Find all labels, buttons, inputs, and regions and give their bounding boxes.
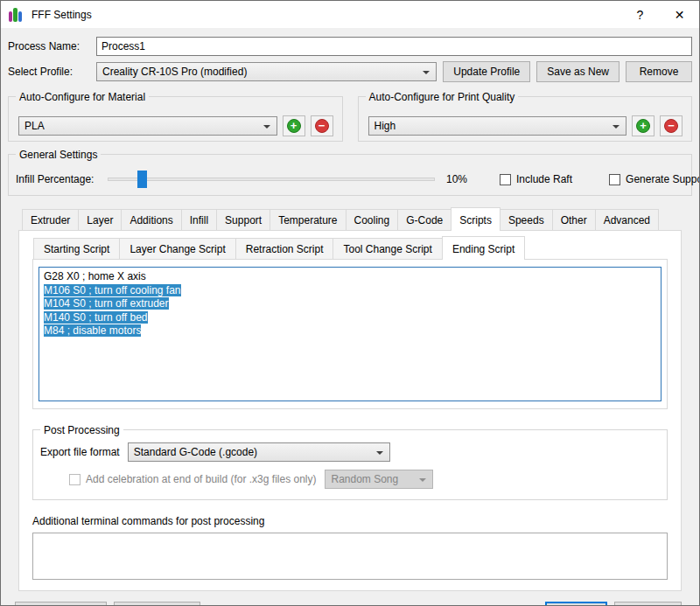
slider-groove bbox=[108, 178, 435, 181]
subtab-starting-script[interactable]: Starting Script bbox=[33, 238, 120, 259]
save-as-new-button[interactable]: Save as New bbox=[536, 61, 620, 82]
material-combobox[interactable]: PLA bbox=[18, 116, 277, 136]
tab-advanced[interactable]: Advanced bbox=[595, 209, 659, 230]
profile-combobox[interactable]: Creality CR-10S Pro (modified) bbox=[96, 62, 437, 81]
tab-other[interactable]: Other bbox=[552, 209, 596, 230]
include-raft-label: Include Raft bbox=[516, 173, 572, 185]
infill-slider[interactable] bbox=[108, 171, 435, 188]
export-format-label: Export file format bbox=[40, 446, 120, 458]
generate-support-checkbox[interactable]: Generate Support bbox=[609, 173, 700, 185]
profile-combobox-value: Creality CR-10S Pro (modified) bbox=[102, 66, 247, 78]
checkbox-box-icon bbox=[500, 174, 511, 185]
checkbox-box-icon bbox=[609, 174, 620, 185]
plus-icon: + bbox=[287, 119, 301, 133]
terminal-commands-label: Additional terminal commands for post pr… bbox=[32, 515, 668, 527]
quality-groupbox: Auto-Configure for Print Quality High + … bbox=[358, 96, 693, 142]
infill-value: 10% bbox=[446, 173, 476, 185]
script-line: M106 S0 ; turn off cooling fan bbox=[44, 284, 656, 298]
celebration-song-value: Random Song bbox=[331, 473, 398, 485]
dropdown-arrow-icon bbox=[419, 478, 426, 482]
post-processing-groupbox: Post Processing Export file format Stand… bbox=[32, 429, 668, 500]
post-processing-label: Post Processing bbox=[40, 424, 123, 436]
celebration-checkbox: Add celebration at end of build (for .x3… bbox=[69, 473, 316, 485]
select-models-button[interactable]: Select Models bbox=[114, 602, 200, 606]
auto-configure-row: Auto-Configure for Material PLA + − Auto… bbox=[8, 96, 692, 142]
generate-support-label: Generate Support bbox=[626, 173, 700, 185]
tab-support[interactable]: Support bbox=[216, 209, 270, 230]
celebration-label: Add celebration at end of build (for .x3… bbox=[86, 473, 316, 485]
terminal-commands-textarea[interactable] bbox=[32, 533, 668, 580]
dropdown-arrow-icon bbox=[263, 125, 270, 129]
tab-temperature[interactable]: Temperature bbox=[270, 209, 346, 230]
include-raft-checkbox[interactable]: Include Raft bbox=[500, 173, 572, 185]
general-settings-label: General Settings bbox=[16, 149, 101, 161]
export-format-row: Export file format Standard G-Code (.gco… bbox=[40, 442, 658, 462]
quality-combobox-value: High bbox=[374, 120, 396, 132]
material-groupbox: Auto-Configure for Material PLA + − bbox=[8, 96, 343, 142]
cancel-button[interactable]: Cancel bbox=[614, 602, 682, 606]
script-subtabbar: Starting Script Layer Change Script Retr… bbox=[32, 238, 668, 259]
tab-gcode[interactable]: G-Code bbox=[397, 209, 452, 230]
process-name-input[interactable] bbox=[96, 37, 692, 56]
subtab-layer-change-script[interactable]: Layer Change Script bbox=[119, 238, 235, 259]
infill-percentage-label: Infill Percentage: bbox=[16, 173, 108, 185]
tab-cooling[interactable]: Cooling bbox=[346, 209, 399, 230]
process-name-row: Process Name: bbox=[8, 37, 692, 56]
material-combobox-value: PLA bbox=[24, 120, 45, 132]
plus-icon: + bbox=[636, 119, 650, 133]
window-title: FFF Settings bbox=[32, 9, 620, 21]
quality-combobox[interactable]: High bbox=[368, 116, 627, 136]
dropdown-arrow-icon bbox=[423, 71, 430, 74]
checkbox-box-icon bbox=[69, 474, 80, 485]
quality-group-label: Auto-Configure for Print Quality bbox=[366, 91, 519, 103]
subtab-ending-script[interactable]: Ending Script bbox=[442, 236, 525, 260]
tab-additions[interactable]: Additions bbox=[121, 209, 181, 230]
remove-quality-button[interactable]: − bbox=[660, 115, 682, 136]
app-logo-icon bbox=[8, 7, 24, 23]
slider-handle[interactable] bbox=[137, 171, 147, 188]
tab-infill[interactable]: Infill bbox=[181, 209, 217, 230]
dialog-body: Process Name: Select Profile: Creality C… bbox=[1, 28, 699, 606]
remove-material-button[interactable]: − bbox=[311, 115, 333, 136]
subtab-retraction-script[interactable]: Retraction Script bbox=[235, 238, 334, 259]
select-profile-label: Select Profile: bbox=[8, 66, 96, 78]
subtab-tool-change-script[interactable]: Tool Change Script bbox=[332, 238, 442, 259]
footer-bar: Hide Advanced Select Models OK Cancel bbox=[8, 591, 692, 606]
script-line: M140 S0 ; turn off bed bbox=[44, 311, 656, 325]
minus-icon: − bbox=[664, 119, 678, 133]
add-material-button[interactable]: + bbox=[283, 115, 305, 136]
dropdown-arrow-icon bbox=[612, 125, 620, 129]
add-quality-button[interactable]: + bbox=[632, 115, 654, 136]
settings-tabs: Extruder Layer Additions Infill Support … bbox=[18, 209, 682, 591]
export-format-value: Standard G-Code (.gcode) bbox=[134, 446, 257, 458]
tab-layer[interactable]: Layer bbox=[78, 209, 122, 230]
ending-script-pane: G28 X0 ; home X axis M106 S0 ; turn off … bbox=[32, 259, 668, 409]
title-bar: FFF Settings ? ✕ bbox=[1, 1, 699, 28]
minus-icon: − bbox=[315, 119, 329, 133]
script-line: G28 X0 ; home X axis bbox=[44, 270, 656, 284]
ok-button[interactable]: OK bbox=[545, 602, 607, 606]
export-format-combobox[interactable]: Standard G-Code (.gcode) bbox=[128, 442, 390, 462]
fff-settings-dialog: FFF Settings ? ✕ Process Name: Select Pr… bbox=[0, 0, 700, 606]
celebration-song-combobox: Random Song bbox=[325, 470, 433, 489]
celebration-row: Add celebration at end of build (for .x3… bbox=[40, 470, 658, 489]
main-tabbar: Extruder Layer Additions Infill Support … bbox=[18, 209, 682, 230]
tab-scripts[interactable]: Scripts bbox=[451, 207, 500, 231]
close-icon[interactable]: ✕ bbox=[660, 1, 699, 28]
help-icon[interactable]: ? bbox=[620, 1, 660, 28]
update-profile-button[interactable]: Update Profile bbox=[443, 61, 530, 82]
remove-button[interactable]: Remove bbox=[626, 61, 692, 82]
dropdown-arrow-icon bbox=[376, 451, 383, 455]
material-group-label: Auto-Configure for Material bbox=[16, 91, 149, 103]
process-name-label: Process Name: bbox=[8, 40, 96, 52]
ending-script-editor[interactable]: G28 X0 ; home X axis M106 S0 ; turn off … bbox=[38, 267, 662, 401]
tab-extruder[interactable]: Extruder bbox=[22, 209, 79, 230]
select-profile-row: Select Profile: Creality CR-10S Pro (mod… bbox=[8, 61, 692, 82]
script-line: M104 S0 ; turn off extruder bbox=[44, 297, 656, 311]
tab-speeds[interactable]: Speeds bbox=[500, 209, 553, 230]
general-settings-groupbox: General Settings Infill Percentage: 10% … bbox=[8, 154, 692, 196]
scripts-tab-panel: Starting Script Layer Change Script Retr… bbox=[18, 230, 682, 591]
script-line: M84 ; disable motors bbox=[44, 324, 656, 338]
hide-advanced-button[interactable]: Hide Advanced bbox=[15, 602, 107, 606]
